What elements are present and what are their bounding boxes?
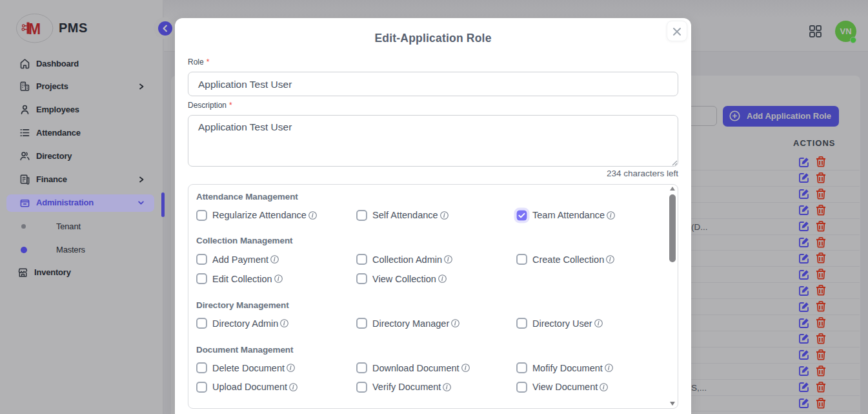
svg-text:M: M [28, 21, 41, 37]
